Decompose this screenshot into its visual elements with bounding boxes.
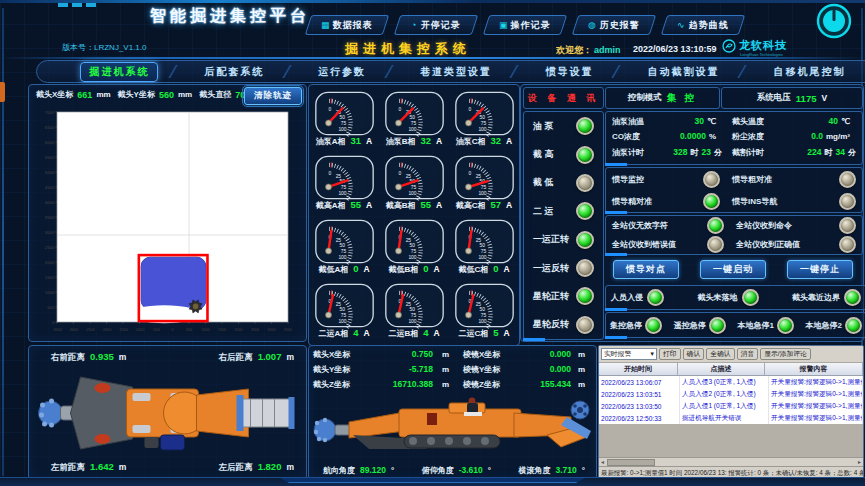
power-button[interactable] bbox=[816, 3, 852, 39]
alarm-desc: 人员入侵2 (0正常, 1入侵) bbox=[680, 388, 769, 400]
svg-text:50: 50 bbox=[479, 115, 485, 120]
safety-status-cell: 截头未落地 bbox=[695, 289, 762, 306]
alarm-toolbar-button[interactable]: 打印 bbox=[659, 348, 681, 360]
main-tab[interactable]: 自移机尾控制 bbox=[765, 63, 853, 81]
alarm-col-content[interactable]: 报警内容 bbox=[765, 363, 863, 375]
alarm-col-start-time[interactable]: 开始时间 bbox=[599, 363, 678, 375]
alarm-hscrollbar[interactable]: ◄ ► bbox=[599, 457, 863, 466]
gauge-dial: 0 25 50 75 100 bbox=[313, 91, 376, 138]
gauge-label: 油泵B相 bbox=[386, 136, 416, 147]
menu-button[interactable]: ◍ 历史报警 bbox=[572, 15, 656, 35]
position-unit: m bbox=[571, 380, 585, 389]
main-tab[interactable]: 运行参数 bbox=[310, 63, 374, 81]
control-button[interactable]: 惯导对点 bbox=[613, 260, 679, 279]
alarm-toolbar-button[interactable]: 确认 bbox=[683, 348, 705, 360]
svg-text:-3000: -3000 bbox=[69, 328, 78, 332]
distance-unit: m bbox=[119, 352, 127, 362]
ammeter-gauge: 0 25 50 75 100 截低A相 0 A bbox=[309, 215, 379, 279]
svg-text:3000: 3000 bbox=[45, 230, 55, 235]
alarm-toolbar-button[interactable]: 全确认 bbox=[706, 348, 734, 360]
sensor-info-row: 油泵计时 328 时 23 分 bbox=[608, 147, 726, 158]
ammeter-gauge: 0 25 50 75 100 油泵B相 32 A bbox=[379, 87, 449, 151]
motor-indicator-row: 二 运 bbox=[524, 202, 603, 220]
distance-unit: m bbox=[286, 462, 294, 472]
gauge-value: 57 bbox=[491, 199, 502, 210]
svg-text:75: 75 bbox=[340, 313, 346, 318]
main-tab[interactable]: 巷道类型设置 bbox=[412, 63, 500, 81]
alarm-toolbar-button[interactable]: 消音 bbox=[737, 348, 759, 360]
svg-text:0: 0 bbox=[398, 171, 401, 176]
control-button[interactable]: 一键启动 bbox=[700, 260, 766, 279]
main-tab[interactable]: 惯导设置 bbox=[538, 63, 602, 81]
alarm-filter-dropdown[interactable]: 实时报警 ▾ bbox=[601, 348, 657, 360]
machine-top-view-image bbox=[34, 363, 299, 463]
motor-status-light bbox=[576, 117, 594, 135]
voltage-value: 1175 bbox=[796, 93, 817, 104]
total-station-cell: 全站仪无效字符 bbox=[606, 216, 730, 235]
menu-button[interactable]: ◔ 开停记录 bbox=[394, 15, 478, 35]
svg-text:75: 75 bbox=[410, 121, 416, 126]
gauge-value: 0 bbox=[353, 263, 358, 274]
scrollbar-thumb[interactable] bbox=[607, 459, 655, 466]
svg-text:6000: 6000 bbox=[45, 140, 55, 145]
svg-text:3500: 3500 bbox=[284, 328, 292, 332]
scroll-left-icon[interactable]: ◄ bbox=[600, 459, 605, 465]
alarm-table-row[interactable]: 2022/06/23 12:50:33 掘进机导航开关错误 开关量报警:报警逻辑… bbox=[599, 412, 863, 424]
scroll-right-icon[interactable]: ► bbox=[857, 459, 862, 465]
sensor-unit-2: 分 bbox=[714, 147, 722, 158]
gauge-label: 油泵A相 bbox=[316, 136, 346, 147]
angle-unit: ° bbox=[488, 466, 491, 475]
main-tab[interactable]: 后配套系统 bbox=[196, 63, 272, 81]
alarm-col-point-desc[interactable]: 点描述 bbox=[678, 363, 765, 375]
menu-button[interactable]: ▣ 操作记录 bbox=[483, 15, 567, 35]
gauge-value: 4 bbox=[353, 327, 358, 338]
control-button[interactable]: 一键停止 bbox=[787, 260, 853, 279]
position-unit: m bbox=[571, 350, 585, 359]
tab-separator bbox=[384, 65, 403, 78]
gauge-label: 二运A相 bbox=[318, 328, 348, 339]
total-station-label: 全站仪无效字符 bbox=[612, 220, 703, 231]
alarm-table-row[interactable]: 2022/06/23 13:06:07 人员入侵3 (0正常, 1入侵) 开关量… bbox=[599, 376, 863, 388]
gauge-value: 55 bbox=[421, 199, 432, 210]
svg-text:2000: 2000 bbox=[234, 328, 242, 332]
svg-text:100: 100 bbox=[338, 191, 346, 196]
header-divider bbox=[0, 57, 865, 59]
main-tab[interactable]: 掘进机系统 bbox=[80, 62, 158, 82]
sensor-unit: mg/m³ bbox=[826, 132, 850, 141]
estop-label: 本地急停1 bbox=[737, 320, 773, 331]
svg-text:50: 50 bbox=[409, 115, 415, 120]
control-mode-box: 控制模式 集 控 bbox=[605, 87, 720, 109]
menu-label: 历史报警 bbox=[600, 19, 640, 32]
ammeter-gauge: 0 25 50 75 100 二运C相 5 A bbox=[449, 279, 519, 343]
motor-label: 截 高 bbox=[533, 148, 554, 161]
cut-coord-value: 560 bbox=[159, 90, 174, 100]
control-buttons-row: 惯导对点 一键启动 一键停止 bbox=[605, 257, 861, 281]
welcome-text: 欢迎您：admin bbox=[556, 44, 621, 57]
chevron-down-icon: ▾ bbox=[651, 350, 654, 358]
gauge-value: 0 bbox=[493, 263, 498, 274]
svg-text:-2000: -2000 bbox=[102, 328, 111, 332]
gauge-unit: A bbox=[433, 264, 439, 274]
total-station-cell: 全站仪收到错误值 bbox=[606, 235, 730, 254]
sensor-value: 40 bbox=[829, 116, 838, 126]
motor-indicator-row: 油 泵 bbox=[524, 117, 603, 135]
ins-status-cell: 惯导监控 bbox=[606, 168, 726, 190]
menu-button[interactable]: ∿ 趋势曲线 bbox=[661, 15, 745, 35]
alarm-table-row[interactable]: 2022/06/23 13:03:51 人员入侵2 (0正常, 1入侵) 开关量… bbox=[599, 388, 863, 400]
sensor-info-col-b: 截头温度 40 ℃ 粉尘浓度 0.0 mg/m³ bbox=[728, 114, 860, 160]
datetime: 2022/06/23 13:10:59 bbox=[633, 44, 717, 54]
alarm-table-row[interactable]: 2022/06/23 13:03:50 人员入侵1 (0正常, 1入侵) 开关量… bbox=[599, 400, 863, 412]
safety-label: 截头未落地 bbox=[698, 292, 738, 303]
svg-text:0: 0 bbox=[328, 171, 331, 176]
estop-light bbox=[645, 317, 662, 334]
clear-trace-button[interactable]: 清除轨迹 bbox=[244, 87, 302, 105]
ins-status-light bbox=[839, 193, 856, 210]
menu-button[interactable]: ▦ 数据报表 bbox=[305, 15, 389, 35]
gauge-label: 截高A相 bbox=[316, 200, 346, 211]
main-tab[interactable]: 自动截割设置 bbox=[640, 63, 728, 81]
motor-status-light bbox=[576, 287, 594, 305]
alarm-toolbar-button[interactable]: 显示/添加评论 bbox=[760, 348, 811, 360]
alarm-content: 开关量报警:报警逻辑0->1,测量值1 bbox=[769, 388, 863, 400]
safety-status-cell: 人员入侵 bbox=[608, 289, 667, 306]
position-panel: 截头X坐标 0.750 m 棱镜X坐标 0.000 m 截头Y坐标 -5.718… bbox=[308, 345, 597, 480]
